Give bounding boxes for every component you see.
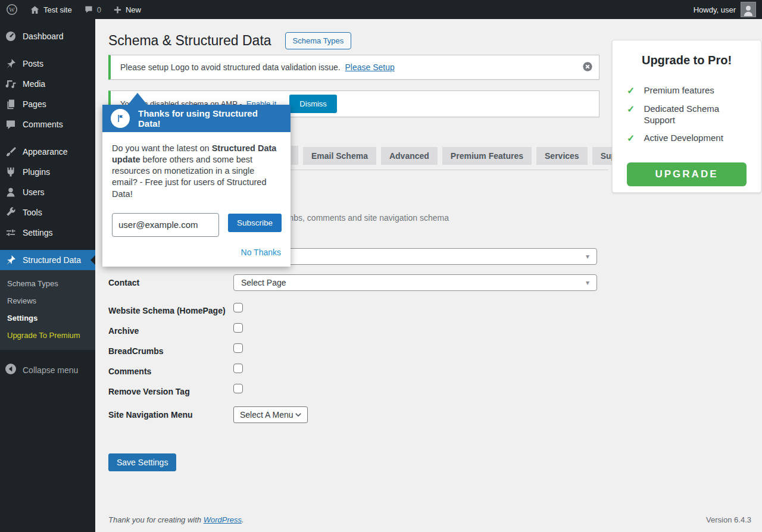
sidebar-item-media[interactable]: Media [0,74,95,94]
structured-data-pin-icon [5,254,17,266]
tools-icon [5,206,17,218]
sidebar-item-label: Media [23,79,45,89]
sidebar-item-label: Structured Data [23,255,81,265]
submenu-item-settings[interactable]: Settings [0,309,95,327]
subscribe-button[interactable]: Subscribe [228,214,282,232]
tab-services[interactable]: Services [536,147,588,165]
upgrade-card-title: Upgrade to Pro! [627,54,747,67]
tab-email-schema[interactable]: Email Schema [303,147,376,165]
contact-page-select[interactable]: Select Page ▾ [233,274,597,291]
appearance-icon [5,146,17,158]
subscribe-popup: Thanks for using Structured Data! Do you… [102,105,291,267]
plugins-icon [5,166,17,178]
new-menu[interactable]: New [107,0,147,19]
archive-checkbox[interactable] [233,323,243,333]
please-setup-link[interactable]: Please Setup [345,62,394,72]
sidebar-item-pages[interactable]: Pages [0,94,95,114]
feature-label: Active Development [644,133,723,145]
close-notice-icon[interactable] [582,61,593,72]
account-menu[interactable]: Howdy, user [694,2,762,17]
sidebar-item-label: Comments [23,120,63,129]
sidebar-item-label: Users [23,187,45,197]
comment-icon [84,5,93,14]
sidebar-item-appearance[interactable]: Appearance [0,142,95,162]
remove-version-tag-checkbox[interactable] [233,384,243,393]
sidebar-item-tools[interactable]: Tools [0,202,95,223]
popup-arrow [127,93,148,105]
breadcrumbs-checkbox[interactable] [233,343,243,353]
posts-icon [5,58,17,70]
sidebar-item-label: Tools [23,208,42,217]
site-navigation-menu-label: Site Navigation Menu [108,410,233,420]
general-settings-form: About Select Page ▾ Contact Select Page … [108,248,597,471]
save-settings-button[interactable]: Save Settings [108,453,176,471]
comments-checkbox[interactable] [233,364,243,373]
tab-premium-features[interactable]: Premium Features [442,147,532,165]
website-schema-checkbox[interactable] [233,303,243,312]
feature-item: ✓ Active Development [627,133,747,145]
collapse-menu-button[interactable]: Collapse menu [0,358,95,381]
footer-thanks: Thank you for creating with WordPress. [108,515,244,524]
dismiss-button[interactable]: Dismiss [289,95,337,113]
feature-item: ✓ Premium features [627,85,747,97]
sidebar-item-plugins[interactable]: Plugins [0,162,95,182]
schema-types-button[interactable]: Schema Types [285,32,352,49]
users-icon [5,186,17,198]
sidebar-item-structured-data[interactable]: Structured Data [0,250,95,270]
howdy-text: Howdy, user [694,5,736,14]
upgrade-to-pro-card: Upgrade to Pro! ✓ Premium features ✓ Ded… [612,40,761,193]
sidebar-item-label: Posts [23,59,43,68]
wordpress-logo-icon[interactable]: W [0,0,24,19]
chevron-down-icon [294,411,302,419]
sidebar-item-users[interactable]: Users [0,182,95,202]
site-name: Test site [43,5,72,14]
admin-footer: Thank you for creating with WordPress. V… [108,515,751,524]
structured-data-submenu: Schema Types Reviews Settings Upgrade To… [0,270,95,350]
collapse-icon [5,363,17,377]
feature-label: Dedicated Schema Support [644,104,733,126]
logo-notice-text: Please setup Logo to avoid structured da… [120,62,395,72]
popup-body: Do you want the latest on Structured Dat… [102,132,291,267]
submenu-item-upgrade-to-premium[interactable]: Upgrade To Premium [0,327,95,344]
feature-item: ✓ Dedicated Schema Support [627,104,747,126]
site-menu[interactable]: Test site [24,0,78,19]
media-icon [5,78,17,90]
logo-notice: Please setup Logo to avoid structured da… [108,55,599,80]
wordpress-link[interactable]: WordPress [204,515,242,524]
contact-page-select-value: Select Page [241,278,286,287]
sidebar-item-label: Settings [23,228,53,237]
pages-icon [5,98,17,110]
sidebar-item-label: Appearance [23,147,68,157]
sidebar-item-posts[interactable]: Posts [0,54,95,74]
submenu-item-schema-types[interactable]: Schema Types [0,275,95,292]
check-icon: ✓ [627,85,635,97]
comments-count: 0 [97,5,101,14]
admin-bar: W Test site 0 New Howdy, user [0,0,762,19]
no-thanks-link[interactable]: No Thanks [112,248,281,257]
sidebar-item-label: Pages [23,99,46,109]
flag-icon [111,109,130,128]
email-input[interactable] [112,213,219,237]
settings-icon [5,227,17,239]
archive-label: Archive [108,326,233,336]
comments-icon [5,118,17,130]
avatar [741,2,756,17]
tab-advanced[interactable]: Advanced [381,147,438,165]
sidebar-item-dashboard[interactable]: Dashboard [0,26,95,46]
feature-label: Premium features [644,85,714,97]
chevron-down-icon: ▾ [586,252,589,261]
upgrade-feature-list: ✓ Premium features ✓ Dedicated Schema Su… [627,85,747,145]
submenu-item-reviews[interactable]: Reviews [0,292,95,309]
collapse-label: Collapse menu [23,365,78,375]
comments-bubble[interactable]: 0 [78,0,107,19]
check-icon: ✓ [627,104,635,126]
sidebar-item-settings[interactable]: Settings [0,223,95,243]
popup-header: Thanks for using Structured Data! [102,105,291,132]
sidebar-item-comments[interactable]: Comments [0,114,95,134]
breadcrumbs-label: BreadCrumbs [108,346,233,356]
upgrade-button[interactable]: UPGRADE [627,162,747,186]
site-navigation-menu-select[interactable]: Select A Menu [233,406,308,423]
tab-partial-stub[interactable] [291,146,298,165]
comments-label: Comments [108,367,233,376]
admin-sidebar: Dashboard Posts Media Pages Comments App… [0,19,95,532]
